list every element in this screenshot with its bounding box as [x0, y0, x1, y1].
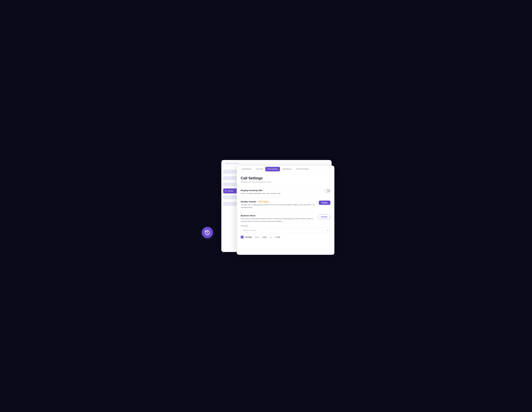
schedule-row-sunday: Sunday from 9:00 to 17:00 — [241, 235, 330, 239]
divider-3 — [241, 211, 330, 212]
from-label: from — [255, 236, 259, 238]
enable-button[interactable]: Enable — [319, 201, 330, 205]
tab-call-forwarding[interactable]: Call Forwarding — [294, 166, 311, 173]
not-initiated-badge: Not Initiated — [257, 201, 270, 203]
nav-placeholder — [225, 163, 239, 164]
to-label: to — [270, 236, 271, 238]
tabs-bar: Call Details Live Call Call Settings Cal… — [237, 166, 334, 173]
badge-dot — [259, 201, 260, 202]
tab-live-call[interactable]: Live Call — [254, 166, 265, 173]
business-hours-desc: Set up your customized business hours so… — [241, 217, 315, 223]
fg-content: Call Settings Manage your phone preferen… — [237, 173, 334, 253]
ringing-toggle[interactable] — [324, 189, 330, 192]
sidebar-phone-label: Phone — [228, 190, 233, 192]
disable-button[interactable]: Disable — [318, 214, 330, 219]
tab-call-details[interactable]: Call Details — [240, 166, 253, 173]
to-time[interactable]: 17:00 — [273, 235, 282, 239]
number-transfer-desc: Transfer your existing phone number from… — [241, 203, 316, 209]
foreground-card: Call Details Live Call Call Settings Cal… — [237, 165, 334, 255]
tab-call-settings[interactable]: Call Settings — [265, 167, 280, 171]
scene: Phone Incoming Calls Call Details Live C… — [203, 157, 329, 255]
number-transfer-info: Number Transfer Not Initiated Transfer y… — [241, 201, 316, 209]
ringing-desc: Allow a ringing notification when you re… — [241, 192, 322, 195]
ringing-info: Ringing Incoming Calls Allow a ringing n… — [241, 189, 322, 195]
setting-ringing: Ringing Incoming Calls Allow a ringing n… — [241, 189, 330, 195]
timezone-select-wrapper: Select Timezone ▾ — [241, 228, 330, 233]
sunday-checkbox[interactable] — [241, 236, 244, 238]
tab-call-queue[interactable]: Call Queue — [281, 166, 294, 173]
setting-number-transfer: Number Transfer Not Initiated Transfer y… — [241, 201, 330, 209]
divider-2 — [241, 198, 330, 198]
page-subtitle: Manage your phone preferences here. — [241, 181, 330, 183]
from-time[interactable]: 9:00 — [261, 235, 268, 239]
sunday-label: Sunday — [245, 236, 254, 238]
business-hours-title: Business Hours — [241, 214, 315, 217]
clock-history-icon — [202, 227, 213, 238]
page-title: Call Settings — [241, 176, 330, 180]
setting-business-hours: Business Hours Set up your customized bu… — [241, 214, 330, 223]
business-hours-info: Business Hours Set up your customized bu… — [241, 214, 315, 223]
timezone-label: Timezone — [241, 225, 330, 227]
timezone-section: Timezone Select Timezone ▾ — [241, 225, 330, 233]
number-transfer-title: Number Transfer Not Initiated — [241, 201, 316, 203]
ringing-title: Ringing Incoming Calls — [241, 189, 322, 192]
sidebar-placeholder-2 — [223, 176, 238, 180]
timezone-select[interactable]: Select Timezone — [241, 228, 330, 233]
